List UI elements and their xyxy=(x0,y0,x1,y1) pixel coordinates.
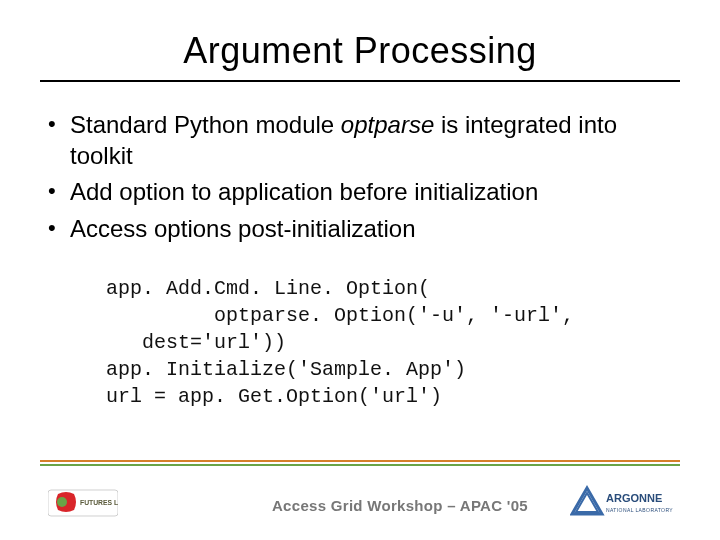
title-underline xyxy=(40,80,680,82)
bullet-item: Standard Python module optparse is integ… xyxy=(48,110,680,171)
futures-lab-logo: FUTURES LAB xyxy=(48,484,118,522)
argonne-text-top: ARGONNE xyxy=(606,492,662,504)
argonne-logo: ARGONNE NATIONAL LABORATORY xyxy=(570,484,680,522)
bullet-item: Add option to application before initial… xyxy=(48,177,680,208)
code-sample: app. Add.Cmd. Line. Option( optparse. Op… xyxy=(106,275,680,410)
bullet-list: Standard Python module optparse is integ… xyxy=(48,110,680,245)
footer-rule-orange xyxy=(40,460,680,462)
argonne-text-bottom: NATIONAL LABORATORY xyxy=(606,507,673,513)
footer-rule-green xyxy=(40,464,680,466)
svg-text:FUTURES LAB: FUTURES LAB xyxy=(80,499,118,506)
svg-point-1 xyxy=(57,497,67,507)
bullet-text-pre: Add option to application before initial… xyxy=(70,178,538,205)
bullet-text-pre: Standard Python module xyxy=(70,111,341,138)
slide: Argument Processing Standard Python modu… xyxy=(0,0,720,540)
bullet-text-pre: Access options post-initialization xyxy=(70,215,416,242)
bullet-text-em: optparse xyxy=(341,111,434,138)
footer-divider xyxy=(40,460,680,466)
slide-title: Argument Processing xyxy=(40,30,680,72)
bullet-item: Access options post-initialization xyxy=(48,214,680,245)
